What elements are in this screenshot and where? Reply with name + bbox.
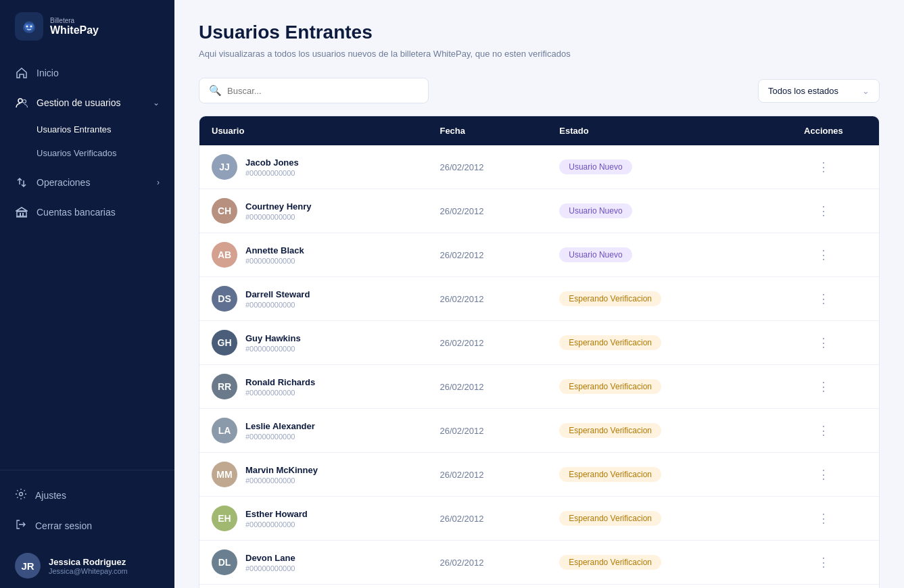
row-actions-button[interactable]: ⋮ (812, 290, 835, 308)
actions-cell: ⋮ (768, 497, 879, 541)
user-name: Jessica Rodriguez (49, 557, 128, 567)
arrows-icon (15, 176, 28, 189)
actions-cell: ⋮ (768, 277, 879, 321)
sidebar-user-profile: JR Jessica Rodriguez Jessica@Whitepay.co… (0, 543, 174, 588)
status-cell: Usuario Nuevo (547, 233, 768, 277)
row-actions-button[interactable]: ⋮ (812, 334, 835, 351)
date-cell: 26/02/2012 (427, 409, 547, 453)
sidebar-item-inicio[interactable]: Inicio (0, 58, 174, 88)
status-badge: Usuario Nuevo (559, 203, 632, 218)
user-cell: JJ Jacob Jones #00000000000 (199, 145, 427, 189)
row-actions-button[interactable]: ⋮ (812, 422, 835, 439)
chevron-right-icon: › (157, 178, 160, 187)
avatar: CH (212, 198, 237, 224)
status-cell: Esperando Verificacion (547, 585, 768, 589)
user-cell: EH Esther Howard #00000000000 (199, 497, 427, 541)
user-info-cell: Leslie Alexander #00000000000 (245, 421, 315, 441)
table-row: AB Annette Black #00000000000 26/02/2012… (199, 233, 879, 277)
row-actions-button[interactable]: ⋮ (812, 554, 835, 571)
status-cell: Usuario Nuevo (547, 189, 768, 233)
table-row: DL Devon Lane #00000000000 26/02/2012 Es… (199, 541, 879, 585)
sidebar: Billetera WhitePay Inicio (0, 0, 174, 588)
user-name: Darrell Steward (245, 289, 310, 299)
avatar: JJ (212, 154, 237, 180)
row-actions-button[interactable]: ⋮ (812, 378, 835, 395)
user-info-cell: Marvin McKinney #00000000000 (245, 465, 318, 485)
user-cell: LA Leslie Alexander #00000000000 (199, 409, 427, 453)
status-badge: Esperando Verificacion (559, 335, 661, 350)
chevron-down-icon: ⌄ (862, 86, 870, 96)
search-box[interactable]: 🔍 (199, 78, 429, 103)
user-name: Devon Lane (245, 553, 295, 563)
status-cell: Esperando Verificacion (547, 409, 768, 453)
date-cell: 26/02/2012 (427, 233, 547, 277)
user-cell: AB Annette Black #00000000000 (199, 233, 427, 277)
status-cell: Esperando Verificacion (547, 277, 768, 321)
user-name: Ronald Richards (245, 377, 315, 387)
date-cell: 26/02/2012 (427, 145, 547, 189)
date-cell: 26/02/2012 (427, 365, 547, 409)
gear-icon (15, 488, 27, 502)
table-header-row: Usuario Fecha Estado Acciones (199, 116, 879, 145)
user-name: Guy Hawkins (245, 333, 301, 343)
row-actions-button[interactable]: ⋮ (812, 510, 835, 527)
sidebar-item-gestion-usuarios[interactable]: Gestion de usuarios ⌄ (0, 88, 174, 118)
user-name: Esther Howard (245, 509, 308, 519)
user-cell: GH Guy Hawkins #00000000000 (199, 321, 427, 365)
user-id: #00000000000 (245, 345, 301, 353)
actions-cell: ⋮ (768, 585, 879, 589)
date-cell: 26/02/2012 (427, 585, 547, 589)
status-badge: Esperando Verificacion (559, 467, 661, 482)
user-id: #00000000000 (245, 169, 299, 177)
avatar: DL (212, 549, 237, 575)
status-cell: Usuario Nuevo (547, 145, 768, 189)
user-id: #00000000000 (245, 433, 315, 441)
logo-icon (15, 12, 43, 41)
date-cell: 26/02/2012 (427, 321, 547, 365)
logout-label: Cerrar sesion (35, 520, 92, 531)
avatar: MM (212, 462, 237, 487)
sidebar-item-operaciones-label: Operaciones (37, 177, 149, 188)
user-id: #00000000000 (245, 389, 315, 397)
sidebar-item-cuentas-bancarias[interactable]: Cuentas bancarias (0, 197, 174, 227)
sidebar-item-usuarios-verificados[interactable]: Usuarios Verificados (0, 141, 174, 165)
user-cell: DR Dianne Russell #00000000000 (199, 585, 427, 589)
user-name: Courtney Henry (245, 201, 312, 212)
row-actions-button[interactable]: ⋮ (812, 202, 835, 220)
filter-dropdown[interactable]: Todos los estados ⌄ (758, 79, 880, 103)
chevron-down-icon: ⌄ (153, 98, 160, 107)
svg-point-3 (30, 26, 32, 28)
svg-rect-7 (20, 213, 21, 216)
table-row: MM Marvin McKinney #00000000000 26/02/20… (199, 453, 879, 497)
status-badge: Esperando Verificacion (559, 291, 661, 306)
search-input[interactable] (227, 86, 419, 96)
actions-cell: ⋮ (768, 541, 879, 585)
user-id: #00000000000 (245, 301, 310, 309)
svg-rect-8 (22, 213, 24, 216)
actions-cell: ⋮ (768, 409, 879, 453)
user-name: Annette Black (245, 245, 304, 255)
user-info-cell: Courtney Henry #00000000000 (245, 201, 312, 221)
sidebar-item-cerrar-sesion[interactable]: Cerrar sesion (0, 510, 174, 541)
avatar: DS (212, 286, 237, 312)
status-cell: Esperando Verificacion (547, 453, 768, 497)
col-fecha: Fecha (427, 116, 547, 145)
actions-cell: ⋮ (768, 145, 879, 189)
row-actions-button[interactable]: ⋮ (812, 466, 835, 483)
row-actions-button[interactable]: ⋮ (812, 246, 835, 264)
status-badge: Esperando Verificacion (559, 379, 661, 394)
row-actions-button[interactable]: ⋮ (812, 158, 835, 176)
user-id: #00000000000 (245, 564, 295, 572)
sidebar-item-usuarios-entrantes[interactable]: Usuarios Entrantes (0, 118, 174, 141)
svg-rect-6 (17, 212, 26, 216)
avatar: EH (212, 506, 237, 531)
sidebar-item-ajustes[interactable]: Ajustes (0, 480, 174, 510)
col-acciones: Acciones (768, 116, 879, 145)
svg-point-9 (20, 493, 23, 496)
sidebar-item-operaciones[interactable]: Operaciones › (0, 168, 174, 197)
logo: Billetera WhitePay (0, 0, 174, 53)
ajustes-label: Ajustes (35, 490, 66, 501)
user-info-cell: Esther Howard #00000000000 (245, 509, 308, 529)
status-badge: Usuario Nuevo (559, 247, 632, 262)
user-id: #00000000000 (245, 257, 304, 265)
